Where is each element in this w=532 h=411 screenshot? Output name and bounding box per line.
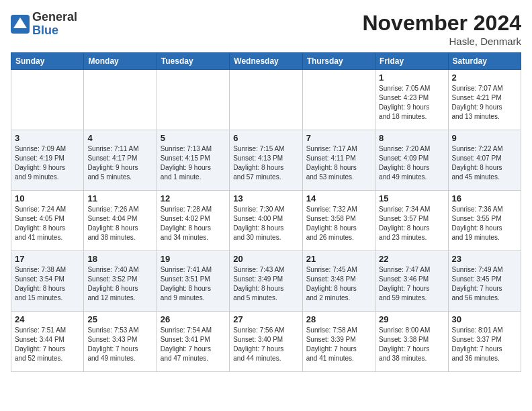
calendar-cell: 24Sunrise: 7:51 AM Sunset: 3:44 PM Dayli… <box>11 312 84 372</box>
calendar-cell <box>11 70 84 130</box>
day-detail: Sunrise: 7:09 AM Sunset: 4:19 PM Dayligh… <box>15 144 80 182</box>
day-number: 23 <box>452 254 517 264</box>
day-detail: Sunrise: 7:24 AM Sunset: 4:05 PM Dayligh… <box>15 205 80 242</box>
day-number: 12 <box>161 193 226 203</box>
day-number: 8 <box>379 133 444 143</box>
location: Hasle, Denmark <box>362 36 521 47</box>
calendar-cell: 18Sunrise: 7:40 AM Sunset: 3:52 PM Dayli… <box>84 251 157 312</box>
day-number: 25 <box>87 314 152 324</box>
day-number: 5 <box>161 133 226 143</box>
day-detail: Sunrise: 7:05 AM Sunset: 4:23 PM Dayligh… <box>379 84 444 122</box>
calendar-table: SundayMondayTuesdayWednesdayThursdayFrid… <box>11 52 521 372</box>
day-number: 3 <box>15 133 80 143</box>
weekday-header-monday: Monday <box>84 53 157 70</box>
day-number: 22 <box>379 254 444 264</box>
day-number: 14 <box>306 193 371 203</box>
day-detail: Sunrise: 7:28 AM Sunset: 4:02 PM Dayligh… <box>161 205 226 242</box>
day-detail: Sunrise: 7:26 AM Sunset: 4:04 PM Dayligh… <box>87 205 152 242</box>
calendar-cell: 30Sunrise: 8:01 AM Sunset: 3:37 PM Dayli… <box>448 312 521 372</box>
calendar-cell: 21Sunrise: 7:45 AM Sunset: 3:48 PM Dayli… <box>302 251 375 312</box>
day-detail: Sunrise: 7:54 AM Sunset: 3:41 PM Dayligh… <box>161 326 226 363</box>
weekday-header-wednesday: Wednesday <box>230 53 302 70</box>
day-number: 17 <box>15 254 80 264</box>
day-number: 30 <box>452 314 517 324</box>
day-number: 18 <box>87 254 152 264</box>
week-row-1: 1Sunrise: 7:05 AM Sunset: 4:23 PM Daylig… <box>11 70 521 130</box>
calendar-cell: 25Sunrise: 7:53 AM Sunset: 3:43 PM Dayli… <box>84 312 157 372</box>
calendar-cell: 17Sunrise: 7:38 AM Sunset: 3:54 PM Dayli… <box>11 251 84 312</box>
day-number: 20 <box>233 254 298 264</box>
calendar-cell <box>230 70 302 130</box>
day-detail: Sunrise: 7:38 AM Sunset: 3:54 PM Dayligh… <box>15 265 80 303</box>
day-detail: Sunrise: 7:32 AM Sunset: 3:58 PM Dayligh… <box>306 205 371 242</box>
calendar-cell <box>302 70 375 130</box>
calendar-cell: 4Sunrise: 7:11 AM Sunset: 4:17 PM Daylig… <box>84 130 157 191</box>
calendar-cell: 6Sunrise: 7:15 AM Sunset: 4:13 PM Daylig… <box>230 130 302 191</box>
week-row-3: 10Sunrise: 7:24 AM Sunset: 4:05 PM Dayli… <box>11 191 521 251</box>
calendar-cell: 12Sunrise: 7:28 AM Sunset: 4:02 PM Dayli… <box>157 191 229 251</box>
day-number: 19 <box>161 254 226 264</box>
calendar-cell <box>84 70 157 130</box>
day-detail: Sunrise: 8:00 AM Sunset: 3:38 PM Dayligh… <box>379 326 444 363</box>
day-detail: Sunrise: 7:47 AM Sunset: 3:46 PM Dayligh… <box>379 265 444 303</box>
month-title: November 2024 <box>362 11 521 36</box>
day-number: 9 <box>452 133 517 143</box>
day-detail: Sunrise: 8:01 AM Sunset: 3:37 PM Dayligh… <box>452 326 517 363</box>
day-number: 2 <box>452 73 517 83</box>
week-row-2: 3Sunrise: 7:09 AM Sunset: 4:19 PM Daylig… <box>11 130 521 191</box>
calendar-cell: 23Sunrise: 7:49 AM Sunset: 3:45 PM Dayli… <box>448 251 521 312</box>
calendar-cell: 28Sunrise: 7:58 AM Sunset: 3:39 PM Dayli… <box>302 312 375 372</box>
calendar-cell: 16Sunrise: 7:36 AM Sunset: 3:55 PM Dayli… <box>448 191 521 251</box>
week-row-4: 17Sunrise: 7:38 AM Sunset: 3:54 PM Dayli… <box>11 251 521 312</box>
calendar-cell: 13Sunrise: 7:30 AM Sunset: 4:00 PM Dayli… <box>230 191 302 251</box>
day-detail: Sunrise: 7:51 AM Sunset: 3:44 PM Dayligh… <box>15 326 80 363</box>
day-detail: Sunrise: 7:56 AM Sunset: 3:40 PM Dayligh… <box>233 326 298 363</box>
day-detail: Sunrise: 7:40 AM Sunset: 3:52 PM Dayligh… <box>87 265 152 303</box>
day-detail: Sunrise: 7:15 AM Sunset: 4:13 PM Dayligh… <box>233 144 298 182</box>
day-detail: Sunrise: 7:07 AM Sunset: 4:21 PM Dayligh… <box>452 84 517 122</box>
day-detail: Sunrise: 7:11 AM Sunset: 4:17 PM Dayligh… <box>87 144 152 182</box>
day-number: 4 <box>87 133 152 143</box>
calendar-cell: 5Sunrise: 7:13 AM Sunset: 4:15 PM Daylig… <box>157 130 229 191</box>
calendar-cell: 9Sunrise: 7:22 AM Sunset: 4:07 PM Daylig… <box>448 130 521 191</box>
day-detail: Sunrise: 7:13 AM Sunset: 4:15 PM Dayligh… <box>161 144 226 182</box>
logo-icon <box>11 15 30 34</box>
day-number: 15 <box>379 193 444 203</box>
weekday-header-thursday: Thursday <box>302 53 375 70</box>
day-detail: Sunrise: 7:49 AM Sunset: 3:45 PM Dayligh… <box>452 265 517 303</box>
day-number: 11 <box>87 193 152 203</box>
calendar-cell: 1Sunrise: 7:05 AM Sunset: 4:23 PM Daylig… <box>375 70 448 130</box>
day-number: 27 <box>233 314 298 324</box>
day-number: 29 <box>379 314 444 324</box>
day-detail: Sunrise: 7:36 AM Sunset: 3:55 PM Dayligh… <box>452 205 517 242</box>
day-number: 1 <box>379 73 444 83</box>
day-number: 26 <box>161 314 226 324</box>
weekday-header-saturday: Saturday <box>448 53 521 70</box>
weekday-header-tuesday: Tuesday <box>157 53 229 70</box>
day-number: 16 <box>452 193 517 203</box>
day-detail: Sunrise: 7:17 AM Sunset: 4:11 PM Dayligh… <box>306 144 371 182</box>
day-number: 6 <box>233 133 298 143</box>
day-detail: Sunrise: 7:41 AM Sunset: 3:51 PM Dayligh… <box>161 265 226 303</box>
day-number: 10 <box>15 193 80 203</box>
calendar-cell: 27Sunrise: 7:56 AM Sunset: 3:40 PM Dayli… <box>230 312 302 372</box>
week-row-5: 24Sunrise: 7:51 AM Sunset: 3:44 PM Dayli… <box>11 312 521 372</box>
calendar-cell: 19Sunrise: 7:41 AM Sunset: 3:51 PM Dayli… <box>157 251 229 312</box>
weekday-header-row: SundayMondayTuesdayWednesdayThursdayFrid… <box>11 53 521 70</box>
calendar-cell: 14Sunrise: 7:32 AM Sunset: 3:58 PM Dayli… <box>302 191 375 251</box>
day-number: 13 <box>233 193 298 203</box>
day-detail: Sunrise: 7:22 AM Sunset: 4:07 PM Dayligh… <box>452 144 517 182</box>
day-detail: Sunrise: 7:34 AM Sunset: 3:57 PM Dayligh… <box>379 205 444 242</box>
day-detail: Sunrise: 7:43 AM Sunset: 3:49 PM Dayligh… <box>233 265 298 303</box>
weekday-header-friday: Friday <box>375 53 448 70</box>
day-number: 7 <box>306 133 371 143</box>
day-detail: Sunrise: 7:58 AM Sunset: 3:39 PM Dayligh… <box>306 326 371 363</box>
weekday-header-sunday: Sunday <box>11 53 84 70</box>
calendar-cell: 29Sunrise: 8:00 AM Sunset: 3:38 PM Dayli… <box>375 312 448 372</box>
logo-blue-text: Blue <box>32 24 58 37</box>
calendar-cell: 10Sunrise: 7:24 AM Sunset: 4:05 PM Dayli… <box>11 191 84 251</box>
logo-general-text: General <box>32 10 77 24</box>
page-header: General Blue November 2024 Hasle, Denmar… <box>11 11 521 47</box>
day-number: 28 <box>306 314 371 324</box>
calendar-cell: 22Sunrise: 7:47 AM Sunset: 3:46 PM Dayli… <box>375 251 448 312</box>
